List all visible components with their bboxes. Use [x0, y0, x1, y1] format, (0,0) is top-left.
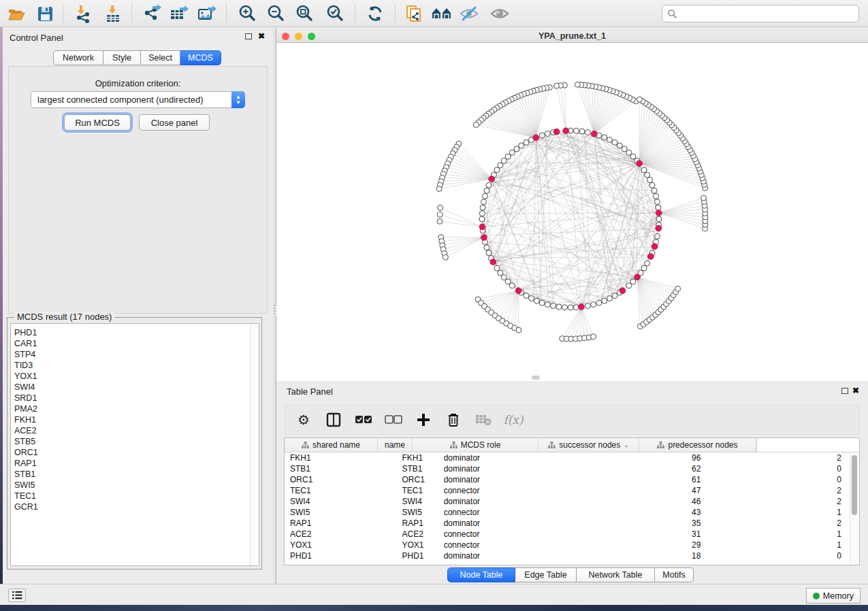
- network-leaf-node[interactable]: [637, 97, 643, 102]
- tab-node-table[interactable]: Node Table: [447, 567, 515, 582]
- zoom-selected-icon[interactable]: [324, 3, 346, 24]
- table-row[interactable]: STB1STB1dominator620: [285, 463, 851, 474]
- network-node[interactable]: [545, 131, 550, 136]
- table-row[interactable]: SWI5SWI5connector431: [285, 507, 851, 518]
- delete-table-icon[interactable]: [475, 411, 492, 429]
- network-node[interactable]: [654, 193, 659, 199]
- network-node[interactable]: [641, 167, 647, 173]
- mcds-result-item[interactable]: STB1: [14, 469, 259, 480]
- tab-select[interactable]: Select: [141, 50, 180, 65]
- network-leaf-node[interactable]: [437, 218, 443, 224]
- table-row[interactable]: ORC1ORC1dominator610: [285, 474, 851, 485]
- network-node[interactable]: [645, 261, 650, 266]
- float-table-panel-icon[interactable]: [841, 388, 848, 394]
- network-node[interactable]: [612, 293, 617, 299]
- network-node[interactable]: [607, 137, 612, 142]
- show-all-icon[interactable]: [489, 3, 511, 24]
- table-scrollbar[interactable]: [850, 453, 858, 565]
- close-panel-button[interactable]: Close panel: [139, 114, 210, 131]
- mcds-node[interactable]: [563, 128, 569, 134]
- network-leaf-node[interactable]: [675, 286, 681, 291]
- hide-selected-icon[interactable]: [458, 3, 480, 24]
- network-node[interactable]: [626, 150, 632, 155]
- zoom-out-icon[interactable]: [265, 3, 287, 24]
- network-node[interactable]: [486, 182, 492, 188]
- network-node[interactable]: [484, 245, 489, 250]
- mcds-result-item[interactable]: FKH1: [14, 414, 259, 425]
- table-row[interactable]: YOX1YOX1connector291: [285, 540, 851, 550]
- mcds-node[interactable]: [656, 225, 662, 231]
- mcds-result-item[interactable]: TEC1: [14, 491, 259, 501]
- tab-mcds[interactable]: MCDS: [180, 50, 221, 65]
- column-header-predecessor-nodes[interactable]: predecessor nodes: [639, 438, 756, 452]
- table-row[interactable]: RAP1RAP1dominator352: [285, 518, 851, 529]
- network-window-titlebar[interactable]: YPA_prune.txt_1: [276, 30, 868, 43]
- canvas-scroll-grip[interactable]: [532, 376, 540, 380]
- tab-style[interactable]: Style: [103, 50, 141, 65]
- show-columns-icon[interactable]: [325, 411, 342, 429]
- open-file-icon[interactable]: [5, 3, 27, 24]
- add-column-icon[interactable]: [415, 411, 432, 429]
- network-node[interactable]: [501, 275, 507, 280]
- result-scrollbar[interactable]: [250, 324, 259, 565]
- mcds-node[interactable]: [553, 129, 560, 135]
- network-node[interactable]: [591, 302, 596, 308]
- network-node[interactable]: [498, 163, 503, 168]
- network-node[interactable]: [556, 304, 562, 310]
- mcds-node[interactable]: [481, 235, 487, 241]
- network-leaf-node[interactable]: [701, 195, 707, 201]
- network-node[interactable]: [626, 283, 632, 288]
- mcds-node[interactable]: [515, 288, 521, 294]
- import-table-icon[interactable]: [102, 3, 124, 24]
- table-row[interactable]: SWI4SWI4dominator462: [285, 496, 851, 507]
- mcds-node[interactable]: [656, 210, 662, 216]
- mcds-node[interactable]: [591, 131, 597, 137]
- close-panel-icon[interactable]: ✖: [258, 33, 265, 39]
- mcds-result-item[interactable]: STB5: [14, 436, 259, 447]
- column-header-successor-nodes[interactable]: successor nodes⌄: [539, 438, 639, 452]
- network-leaf-node[interactable]: [436, 186, 442, 191]
- mcds-result-item[interactable]: TID3: [14, 360, 259, 371]
- import-network-icon[interactable]: [72, 3, 94, 24]
- mcds-result-item[interactable]: CAR1: [14, 338, 259, 349]
- column-header-name[interactable]: name: [378, 438, 413, 452]
- network-node[interactable]: [539, 300, 545, 306]
- network-node[interactable]: [579, 129, 585, 134]
- mcds-node[interactable]: [490, 259, 496, 265]
- mcds-node[interactable]: [652, 244, 658, 250]
- tab-motifs[interactable]: Motifs: [655, 567, 694, 582]
- network-node[interactable]: [509, 283, 515, 288]
- network-node[interactable]: [494, 167, 500, 173]
- column-header-MCDS-role[interactable]: MCDS role: [413, 438, 539, 452]
- mcds-node[interactable]: [489, 176, 495, 182]
- select-all-icon[interactable]: [355, 411, 372, 429]
- task-history-button[interactable]: [8, 589, 26, 602]
- table-row[interactable]: FKH1FKH1dominator962: [285, 452, 851, 463]
- network-node[interactable]: [652, 188, 657, 193]
- export-network-icon[interactable]: [142, 3, 163, 24]
- column-header-shared-name[interactable]: shared name: [285, 438, 378, 452]
- network-leaf-node[interactable]: [591, 334, 596, 340]
- network-node[interactable]: [574, 128, 579, 133]
- optimization-criterion-select[interactable]: largest connected component (undirected)…: [31, 91, 245, 108]
- network-node[interactable]: [602, 135, 607, 140]
- network-node[interactable]: [481, 199, 486, 205]
- memory-button[interactable]: Memory: [806, 588, 861, 604]
- zoom-in-icon[interactable]: [236, 3, 258, 24]
- run-mcds-button[interactable]: Run MCDS: [64, 114, 131, 131]
- mcds-result-item[interactable]: PMA2: [14, 403, 259, 414]
- mcds-result-item[interactable]: SWI5: [14, 480, 259, 491]
- network-node[interactable]: [656, 216, 662, 222]
- mcds-node[interactable]: [620, 288, 626, 294]
- mcds-node[interactable]: [637, 161, 643, 167]
- tab-network[interactable]: Network: [53, 50, 103, 65]
- network-node[interactable]: [602, 298, 607, 303]
- tab-network-table[interactable]: Network Table: [577, 567, 655, 582]
- network-node[interactable]: [656, 205, 661, 210]
- network-leaf-node[interactable]: [443, 254, 448, 260]
- mcds-result-item[interactable]: RAP1: [14, 458, 259, 469]
- network-node[interactable]: [519, 143, 524, 148]
- network-node[interactable]: [505, 154, 511, 159]
- network-node[interactable]: [617, 143, 622, 148]
- network-node[interactable]: [498, 270, 503, 276]
